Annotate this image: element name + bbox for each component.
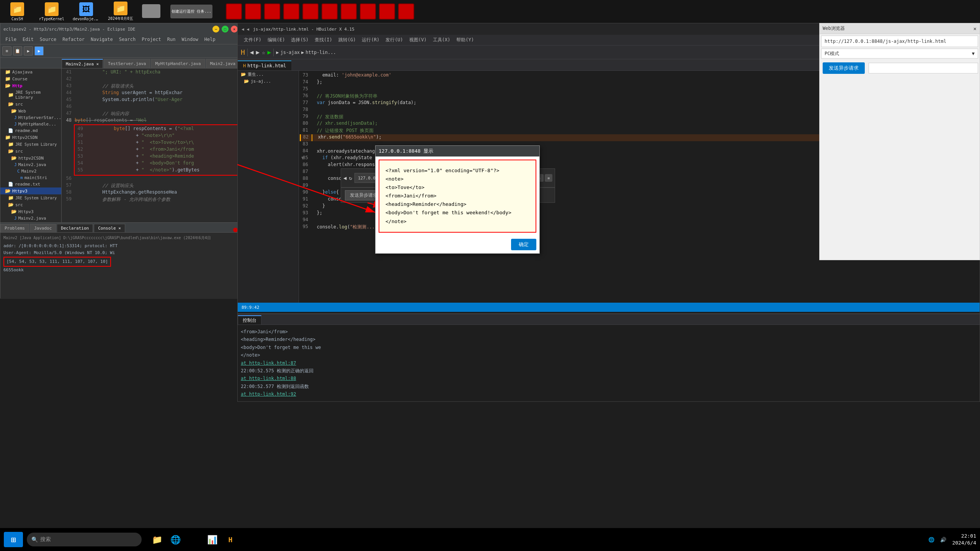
sidebar-item-myhttphandle2[interactable]: JMyHttpHandle... xyxy=(0,222,61,222)
toolbar-btn[interactable]: ≡ xyxy=(2,46,11,55)
close-button[interactable]: × xyxy=(231,26,238,33)
desktop-game-icon[interactable] xyxy=(226,3,242,20)
menu-help[interactable]: 帮助(Y) xyxy=(453,35,477,45)
taskbar-search[interactable]: 🔍 搜索 xyxy=(27,533,142,546)
sidebar-item-src2[interactable]: 📂src xyxy=(0,148,61,155)
menu-find[interactable]: 查找(I) xyxy=(312,35,335,45)
menu-view[interactable]: 视图(V) xyxy=(406,35,430,45)
console-link-line[interactable]: at http-link.html:92 xyxy=(241,390,977,398)
menu-run[interactable]: Run xyxy=(164,35,179,44)
toolbar-btn[interactable]: ▶ xyxy=(24,46,33,55)
wb-close-btn[interactable]: × xyxy=(973,26,977,32)
sidebar-item-ajaxjava[interactable]: 📁Ajaxjava xyxy=(0,68,61,75)
wb-mode-selector[interactable]: PC模式 ▼ xyxy=(821,49,978,59)
sidebar-item-httpserverstar[interactable]: JHttpServerStar... xyxy=(0,114,61,121)
sidebar-item-web[interactable]: 📂Web xyxy=(0,108,61,114)
sidebar-item-httpv2csdn[interactable]: 📁Httpv2CSDN xyxy=(0,134,61,141)
menu-edit[interactable]: 编辑(E) xyxy=(265,35,288,45)
taskbar-icon-eclipse[interactable]: ☽ xyxy=(241,532,256,547)
desktop-icon-image[interactable]: 🖼 devonRoje... xyxy=(73,2,100,21)
desktop-icon-folder1[interactable]: 📁 CasSH xyxy=(4,2,31,21)
tab-problems[interactable]: Problems xyxy=(0,224,29,232)
sidebar-item-jre[interactable]: 📁JRE System Library xyxy=(0,89,61,101)
sidebar-item-myhttphandle[interactable]: JMyHttpHandle... xyxy=(0,121,61,127)
menu-window[interactable]: Window xyxy=(178,35,201,44)
menu-project[interactable]: Project xyxy=(139,35,164,44)
toolbar-btn[interactable]: 📋 xyxy=(13,46,22,55)
nav-back-btn[interactable]: ◀ xyxy=(250,49,254,56)
tab-declaration[interactable]: Declaration xyxy=(57,224,93,232)
menu-tools[interactable]: 工具(X) xyxy=(430,35,454,45)
sidebar-item-main[interactable]: mmain(Stri xyxy=(0,174,61,181)
desktop-game-icon[interactable] xyxy=(264,3,280,20)
taskbar-icon-browser[interactable]: 🌐 xyxy=(168,532,183,547)
menu-file[interactable]: File xyxy=(2,35,20,44)
menu-navigate[interactable]: Navigate xyxy=(88,35,116,44)
nav-forward-btn[interactable]: ▶ xyxy=(256,49,260,56)
sidebar-item-jre3[interactable]: 📁JRE System Library xyxy=(0,194,61,201)
tab-main2[interactable]: Main2.java xyxy=(206,59,240,68)
tab-javadoc[interactable]: Javadoc xyxy=(30,224,56,232)
console-link-line[interactable]: at http-link.html:88 xyxy=(241,375,977,382)
toolbar-icon[interactable]: H xyxy=(241,48,245,56)
desktop-icon-folder2[interactable]: 📁 rTypeKernel xyxy=(38,2,65,21)
maximize-button[interactable]: □ xyxy=(222,26,229,33)
minimize-button[interactable]: − xyxy=(212,26,219,33)
menu-refactor[interactable]: Refactor xyxy=(59,35,88,44)
desktop-icon-task[interactable]: 创建运行遥控 任务... xyxy=(168,5,214,18)
hb-sidebar-item-jsajax[interactable]: 📂js-aj... xyxy=(238,78,299,85)
sidebar-item-httpv2csdn2[interactable]: 📂httpv2CSDN xyxy=(0,155,61,161)
desktop-game-icon[interactable] xyxy=(360,3,376,20)
tab-mainv2[interactable]: Mainv2.java × xyxy=(62,59,103,68)
menu-edit[interactable]: Edit xyxy=(20,35,37,44)
wb-input[interactable] xyxy=(869,63,978,73)
taskbar-icon-chart[interactable]: 📊 xyxy=(204,532,220,547)
sidebar-item-src[interactable]: 📂src xyxy=(0,101,61,108)
menu-run[interactable]: 运行(R) xyxy=(359,35,382,45)
hb-sidebar-item-rebuild[interactable]: 📂重生... xyxy=(238,71,299,78)
menu-help[interactable]: Help xyxy=(201,35,219,44)
sidebar-item-http[interactable]: 📂Http xyxy=(0,82,61,89)
wb-send-btn[interactable]: 发送异步请求 xyxy=(823,62,865,74)
browser-icon[interactable]: ≡ xyxy=(545,174,552,182)
desktop-game-icon[interactable] xyxy=(341,3,357,20)
tab-http-link[interactable]: H http-link.html xyxy=(238,60,291,70)
menu-select[interactable]: 选择(S) xyxy=(288,35,312,45)
sidebar-item-readme[interactable]: 📄readme.md xyxy=(0,127,61,134)
toolbar-btn[interactable]: ▶ xyxy=(34,46,44,55)
desktop-game-icon[interactable] xyxy=(398,3,414,20)
desktop-game-icon[interactable] xyxy=(322,3,338,20)
taskbar-icon-hbuilder[interactable]: H xyxy=(223,532,238,547)
sidebar-item-httpv3folder[interactable]: 📂Httpv3 xyxy=(0,208,61,215)
sidebar-item-src3[interactable]: 📂src xyxy=(0,201,61,208)
tab-myhttphandler[interactable]: MyHttpHandler.java xyxy=(151,59,205,68)
desktop-game-icon[interactable] xyxy=(302,3,318,20)
tab-console[interactable]: 控制台 xyxy=(238,315,261,324)
eclipse-code-editor[interactable]: 41 "; URI: " + httpExcha 42 43 // 获取请求头 … xyxy=(62,68,241,222)
taskbar-volume-icon[interactable]: 🔊 xyxy=(940,537,946,543)
desktop-game-icon[interactable] xyxy=(283,3,299,20)
desktop-icon-pin[interactable] xyxy=(142,4,161,19)
browser-back[interactable]: ◀ xyxy=(343,175,346,181)
nav-bookmark-btn[interactable]: ☆ xyxy=(262,49,265,55)
menu-file[interactable]: 文件(F) xyxy=(241,35,265,45)
breadcrumb-file[interactable]: http-lin... xyxy=(305,50,336,55)
taskbar-icon-shield[interactable]: 🛡 xyxy=(186,532,201,547)
menu-search[interactable]: Search xyxy=(116,35,139,44)
sidebar-item-mainv2class[interactable]: CMainv2 xyxy=(0,168,61,174)
taskbar-network-icon[interactable]: 🌐 xyxy=(928,537,934,543)
sidebar-item-mainv2java[interactable]: JMainv2.java xyxy=(0,215,61,222)
sidebar-item-readmetxt[interactable]: 📄readme.txt xyxy=(0,181,61,187)
menu-publish[interactable]: 发行(U) xyxy=(382,35,406,45)
sidebar-item-jre2[interactable]: 📁JRE System Library xyxy=(0,141,61,148)
confirm-button[interactable]: 确定 xyxy=(511,239,536,250)
start-button[interactable]: ⊞ xyxy=(4,532,23,547)
browser-refresh[interactable]: ↻ xyxy=(349,175,352,181)
sidebar-item-httpv3[interactable]: 📂Httpv3 xyxy=(0,187,61,194)
desktop-icon-folder3[interactable]: 📁 2024年0月0五 xyxy=(107,2,134,21)
taskbar-icon-files[interactable]: 📁 xyxy=(149,532,165,547)
menu-source[interactable]: Source xyxy=(37,35,59,44)
breadcrumb-jsajax[interactable]: js-ajax xyxy=(280,50,300,55)
tab-console[interactable]: Console × xyxy=(94,224,125,232)
tab-testserver[interactable]: TestServer.java xyxy=(104,59,150,68)
